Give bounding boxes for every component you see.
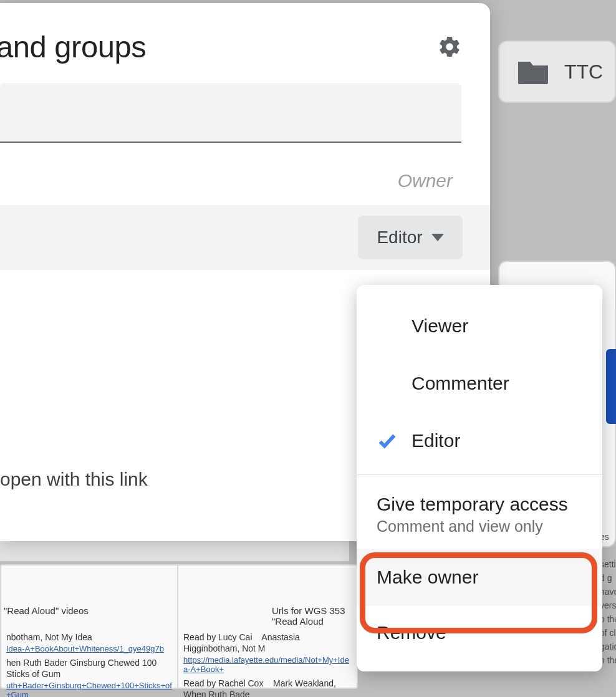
- background-doc-thumb-b: Urls for WGS 353 "Read Aloud Read by Luc…: [177, 564, 358, 689]
- menu-item-remove[interactable]: Remove: [357, 606, 602, 659]
- role-dropdown-button[interactable]: Editor: [358, 216, 463, 259]
- menu-item-editor[interactable]: Editor: [357, 412, 602, 469]
- role-dropdown-label: Editor: [377, 228, 422, 248]
- background-folder-chip: TTC: [498, 41, 616, 103]
- background-blue-tab: [606, 349, 616, 424]
- menu-item-temporary-access[interactable]: Give temporary access Comment and view o…: [357, 480, 602, 549]
- owner-label: Owner: [0, 143, 490, 191]
- check-icon: [377, 430, 398, 451]
- menu-item-commenter[interactable]: Commenter: [357, 355, 602, 412]
- link-description: open with this link: [0, 469, 148, 490]
- settings-button[interactable]: [434, 31, 465, 62]
- dialog-title: and groups: [0, 29, 146, 64]
- menu-item-viewer[interactable]: Viewer: [357, 297, 602, 355]
- collaborator-row: Editor: [0, 205, 490, 270]
- background-doc-thumb-a: "Read Aloud" videos nbotham, Not My Idea…: [0, 564, 181, 689]
- menu-item-make-owner[interactable]: Make owner: [357, 549, 602, 606]
- menu-divider: [357, 474, 602, 475]
- folder-label: TTC: [564, 60, 603, 84]
- background-strip-2: [0, 541, 349, 561]
- chevron-down-icon: [431, 234, 444, 241]
- role-menu: Viewer Commenter Editor Give temporary a…: [357, 285, 602, 671]
- gear-icon: [437, 34, 462, 59]
- people-input[interactable]: [0, 83, 461, 143]
- folder-icon: [518, 59, 548, 84]
